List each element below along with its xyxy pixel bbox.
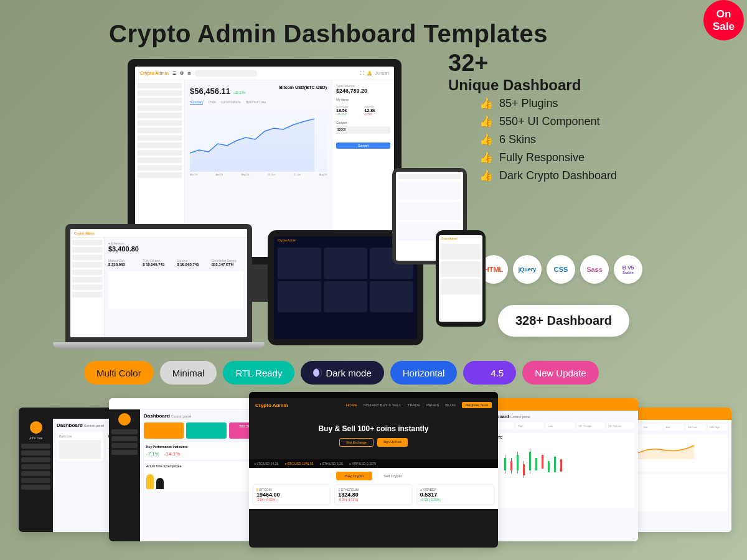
tab-summary[interactable]: Summary	[190, 100, 203, 105]
rtl-badge: RTL Ready	[223, 361, 294, 385]
thumb-icon: 👍	[479, 169, 493, 182]
thumb-icon: 👍	[479, 151, 493, 164]
chart-tabs: Summary Chart Conversations Historical D…	[190, 100, 327, 105]
sale-badge: On Sale	[703, 0, 744, 40]
svg-rect-11	[542, 455, 543, 469]
tech-logos: HTML jQuery CSS Sass B v5Stable	[479, 255, 642, 284]
feature-list: 👍85+ Plugins 👍550+ UI Component 👍6 Skins…	[479, 96, 617, 187]
bottom-theme-3: Crypto Admin HOME INSTANT BUY & SELL TRA…	[249, 392, 498, 548]
candlestick-chart: BDT/BTC	[486, 433, 634, 508]
coin-pair: Bitcoin USD(BTC-USD)	[279, 85, 327, 96]
horizontal-badge: Horizontal	[390, 361, 458, 385]
coin-card[interactable]: ● XRP/BEP 0.5317 +0.03 (-5.29%)	[416, 484, 494, 505]
balance-change: +15.24%	[233, 91, 246, 95]
page-title: Crypto Admin Dashboard Templates	[109, 20, 548, 48]
svg-rect-13	[554, 457, 556, 472]
convert-button[interactable]: Convert	[336, 142, 390, 149]
feature-item: 👍550+ UI Component	[479, 114, 617, 128]
register-button[interactable]: Register Now	[462, 402, 492, 408]
coin-price: $3,400.80	[108, 245, 243, 253]
jquery-logo: jQuery	[513, 255, 542, 284]
bootstrap-logo: B v5Stable	[614, 255, 642, 284]
sidebar-item[interactable]	[138, 172, 182, 178]
sidebar-item[interactable]	[138, 142, 182, 148]
total-value: $246,789.20	[336, 88, 390, 94]
coin-card[interactable]: Ξ ETHEREUM 1324.80 -0.09 (-0.01%)	[334, 484, 412, 505]
minimal-badge: Minimal	[160, 361, 217, 385]
sell-tab[interactable]: Sell Crypto	[375, 472, 410, 480]
multicolor-badge: Multi Color	[84, 361, 154, 385]
laptop-sidebar	[70, 238, 105, 337]
feature-item: 👍85+ Plugins	[479, 96, 617, 110]
sidebar-item[interactable]	[138, 90, 182, 96]
thumb-icon: 👍	[479, 96, 493, 110]
update-badge: New Update	[522, 361, 599, 385]
hero-title: Buy & Sell 100+ coins instantly	[255, 424, 492, 433]
sass-logo: Sass	[580, 255, 609, 284]
sidebar-item[interactable]	[138, 128, 182, 133]
monitor-header: Crypto Admin ☰⚙⊕ ⛶🔔Jonsan	[135, 67, 394, 80]
svg-rect-10	[535, 458, 537, 470]
thumb-icon: 👍	[479, 133, 493, 146]
thumb-icon: 👍	[479, 114, 493, 128]
headline: 32+ Unique Dashboard	[448, 50, 581, 94]
phone-mockup: Crypto Admin	[436, 230, 486, 327]
sidebar-item[interactable]	[138, 135, 182, 141]
sidebar-item[interactable]	[138, 105, 182, 111]
laptop-header: Crypto Admin	[70, 229, 247, 238]
tab-historical[interactable]: Historical Data	[246, 100, 266, 105]
sale-line2: Sale	[713, 21, 735, 33]
feature-item: 👍Fully Responsive	[479, 151, 617, 164]
coin-card[interactable]: ₿ BITCOIN 19464.00 -0.84 (-0.00%)	[253, 484, 331, 505]
sidebar-item[interactable]	[138, 165, 182, 170]
sidebar-item[interactable]	[138, 120, 182, 126]
bottom-theme-2: Dashboard Control panel 592.50 Key Perfo…	[109, 398, 265, 541]
dark-mode-badge: Dark mode	[301, 361, 383, 385]
signup-button[interactable]: Sign Up Now	[377, 438, 408, 447]
feature-item: 👍6 Skins	[479, 133, 617, 146]
moon-icon	[313, 368, 322, 377]
brand-logo: Crypto Admin	[255, 403, 288, 408]
sidebar-item[interactable]	[138, 150, 182, 156]
headline-number: 32+	[448, 50, 581, 77]
balance-value: $56,456.11	[190, 86, 230, 96]
brand-logo: Crypto Admin	[140, 71, 169, 75]
laptop-mockup: Crypto Admin ♦ Ethereum $3,400.80	[53, 224, 265, 350]
css-logo: CSS	[547, 255, 575, 284]
svg-rect-14	[560, 459, 562, 472]
avatar	[30, 421, 42, 434]
ticker: ● LTC/USD 14.26 ● BTC/USD 1546.50 ● ETH/…	[249, 459, 498, 468]
tab-chart[interactable]: Chart	[208, 100, 215, 105]
svg-rect-12	[548, 461, 550, 472]
sale-line1: On	[716, 8, 731, 21]
feature-buttons: Multi Color Minimal RTL Ready Dark mode …	[84, 361, 599, 385]
search-input[interactable]	[195, 70, 257, 77]
sidebar-item[interactable]	[138, 98, 182, 103]
headline-text: Unique Dashboard	[448, 77, 581, 94]
avatar	[118, 413, 131, 426]
sidebar-item[interactable]	[138, 83, 182, 88]
tab-conversations[interactable]: Conversations	[221, 100, 241, 105]
bootstrap-icon	[474, 365, 489, 380]
feature-item: 👍Dark Crypto Dashboard	[479, 169, 617, 182]
buy-tab[interactable]: Buy Crypto	[336, 472, 372, 480]
dashboard-count-badge: 328+ Dashboard	[498, 305, 629, 337]
sidebar-item[interactable]	[138, 113, 182, 118]
sidebar-item[interactable]	[138, 157, 182, 163]
price-chart	[190, 110, 327, 172]
visit-exchange-button[interactable]: Visit Exchange	[339, 438, 374, 447]
bootstrap-badge: 4.5	[463, 361, 516, 385]
bottom-theme-4: Dashboard Control panel Last High Low 24…	[482, 398, 638, 541]
